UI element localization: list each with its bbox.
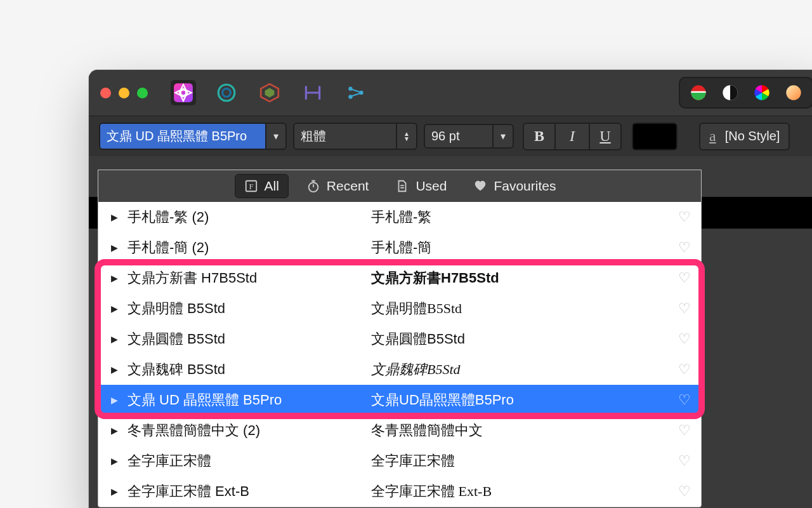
svg-rect-10 bbox=[691, 91, 705, 93]
font-row[interactable]: ▶文鼎方新書 H7B5Std文鼎方新書H7B5Std♡ bbox=[98, 263, 701, 293]
font-row[interactable]: ▶文鼎 UD 晶熙黑體 B5Pro文鼎UD晶熙黑體B5Pro♡ bbox=[98, 385, 701, 415]
expand-triangle-icon[interactable]: ▶ bbox=[111, 395, 119, 405]
font-tab-favourites[interactable]: Favourites bbox=[464, 175, 565, 197]
font-dropdown-panel: F All Recent Used Favourites ▶手札體-繁 (2)手… bbox=[98, 170, 702, 507]
font-row-name: 手札體-繁 (2) bbox=[128, 208, 362, 227]
text-weight-group: B I U bbox=[523, 123, 622, 150]
font-row-name: 冬青黑體簡體中文 (2) bbox=[128, 421, 362, 440]
favourite-heart-icon[interactable]: ♡ bbox=[678, 270, 691, 286]
tonemap-persona-icon[interactable] bbox=[300, 80, 325, 105]
export-persona-icon[interactable] bbox=[343, 80, 369, 105]
font-row[interactable]: ▶文鼎魏碑 B5Std文鼎魏碑B5Std♡ bbox=[98, 354, 701, 385]
favourite-heart-icon[interactable]: ♡ bbox=[678, 361, 691, 378]
character-style-combo[interactable]: a [No Style] bbox=[699, 123, 790, 150]
font-row-preview: 文鼎方新書H7B5Std bbox=[371, 269, 669, 288]
underline-button[interactable]: U bbox=[589, 123, 622, 150]
font-row-name: 文鼎 UD 晶熙黑體 B5Pro bbox=[128, 391, 362, 410]
favourite-heart-icon[interactable]: ♡ bbox=[678, 300, 691, 317]
font-row-name: 文鼎魏碑 B5Std bbox=[128, 360, 362, 379]
font-tab-all[interactable]: F All bbox=[235, 174, 289, 198]
svg-point-2 bbox=[218, 84, 235, 101]
swatch-tint-button[interactable] bbox=[778, 81, 809, 105]
character-style-value: [No Style] bbox=[725, 129, 780, 144]
font-family-combo[interactable]: 文鼎 UD 晶熙黑體 B5Pro ▾ bbox=[99, 123, 287, 150]
font-tab-used[interactable]: Used bbox=[386, 175, 455, 197]
close-window-button[interactable] bbox=[100, 88, 111, 98]
font-list[interactable]: ▶手札體-繁 (2)手札體-繁♡▶手札體-簡 (2)手札體-簡♡▶文鼎方新書 H… bbox=[98, 202, 701, 507]
expand-triangle-icon[interactable]: ▶ bbox=[111, 273, 119, 283]
expand-triangle-icon[interactable]: ▶ bbox=[111, 425, 119, 436]
font-row[interactable]: ▶手札體-繁 (2)手札體-繁♡ bbox=[98, 202, 701, 232]
svg-point-8 bbox=[359, 91, 363, 95]
svg-point-3 bbox=[223, 89, 231, 97]
develop-persona-icon[interactable] bbox=[257, 80, 282, 105]
svg-point-12 bbox=[786, 85, 801, 100]
favourite-heart-icon[interactable]: ♡ bbox=[678, 453, 691, 469]
font-row-name: 全字庫正宋體 Ext-B bbox=[128, 482, 362, 501]
fullscreen-window-button[interactable] bbox=[137, 88, 148, 98]
font-style-combo[interactable]: 粗體 ▲▼ bbox=[293, 123, 417, 150]
window-controls bbox=[100, 88, 148, 98]
liquify-persona-icon[interactable] bbox=[214, 80, 239, 105]
font-family-value[interactable]: 文鼎 UD 晶熙黑體 B5Pro bbox=[100, 124, 265, 149]
font-row-name: 文鼎方新書 H7B5Std bbox=[128, 269, 362, 288]
expand-triangle-icon[interactable]: ▶ bbox=[111, 334, 119, 344]
favourite-heart-icon[interactable]: ♡ bbox=[678, 331, 691, 347]
font-row-name: 文鼎圓體 B5Std bbox=[128, 330, 362, 349]
document-icon bbox=[395, 179, 409, 193]
font-family-dropdown-button[interactable]: ▾ bbox=[265, 124, 285, 149]
font-row-preview: 手札體-繁 bbox=[371, 208, 669, 227]
font-row[interactable]: ▶文鼎圓體 B5Std文鼎圓體B5Std♡ bbox=[98, 324, 701, 354]
svg-marker-5 bbox=[265, 88, 275, 98]
expand-triangle-icon[interactable]: ▶ bbox=[111, 486, 119, 497]
font-row-name: 手札體-簡 (2) bbox=[128, 238, 362, 257]
font-tab-used-label: Used bbox=[416, 178, 447, 194]
font-size-combo[interactable]: 96 pt ▾ bbox=[424, 124, 514, 149]
bold-button[interactable]: B bbox=[523, 123, 556, 150]
photo-persona-icon[interactable] bbox=[171, 80, 196, 105]
font-row[interactable]: ▶全字庫正宋體 Ext-B全字庫正宋體 Ext-B♡ bbox=[98, 476, 701, 507]
font-row-preview: 全字庫正宋體 bbox=[371, 451, 669, 471]
font-tab-recent[interactable]: Recent bbox=[298, 175, 378, 197]
expand-triangle-icon[interactable]: ▶ bbox=[111, 243, 119, 253]
svg-point-7 bbox=[348, 95, 352, 98]
font-glyph-icon: F bbox=[244, 179, 258, 193]
font-row-preview: 手札體-簡 bbox=[371, 238, 669, 257]
swatch-colorwheel-button[interactable] bbox=[746, 81, 778, 105]
heart-icon bbox=[473, 179, 487, 193]
font-row[interactable]: ▶冬青黑體簡體中文 (2)冬青黑體簡體中文♡ bbox=[98, 415, 701, 446]
favourite-heart-icon[interactable]: ♡ bbox=[678, 239, 691, 256]
expand-triangle-icon[interactable]: ▶ bbox=[111, 304, 119, 314]
app-window: 文鼎 UD 晶熙黑體 B5Pro ▾ 粗體 ▲▼ 96 pt ▾ B I U a… bbox=[89, 70, 812, 508]
favourite-heart-icon[interactable]: ♡ bbox=[678, 209, 691, 225]
svg-point-6 bbox=[348, 86, 352, 90]
favourite-heart-icon[interactable]: ♡ bbox=[678, 422, 691, 439]
font-row[interactable]: ▶手札體-簡 (2)手札體-簡♡ bbox=[98, 232, 701, 263]
svg-text:F: F bbox=[249, 182, 253, 191]
text-context-toolbar: 文鼎 UD 晶熙黑體 B5Pro ▾ 粗體 ▲▼ 96 pt ▾ B I U a… bbox=[89, 116, 812, 156]
font-tab-all-label: All bbox=[265, 178, 279, 194]
font-tab-recent-label: Recent bbox=[327, 178, 369, 194]
font-row[interactable]: ▶全字庫正宋體全字庫正宋體♡ bbox=[98, 446, 701, 476]
italic-button[interactable]: I bbox=[556, 123, 589, 150]
swatch-greyscale-button[interactable] bbox=[714, 81, 746, 105]
font-size-value[interactable]: 96 pt bbox=[425, 125, 492, 147]
font-dropdown-tabs: F All Recent Used Favourites bbox=[98, 170, 701, 202]
font-row-preview: 文鼎魏碑B5Std bbox=[371, 360, 669, 379]
font-row[interactable]: ▶文鼎明體 B5Std文鼎明體B5Std♡ bbox=[98, 293, 701, 324]
font-tab-favourites-label: Favourites bbox=[494, 178, 556, 194]
font-style-stepper[interactable]: ▲▼ bbox=[396, 124, 416, 149]
expand-triangle-icon[interactable]: ▶ bbox=[111, 212, 119, 222]
favourite-heart-icon[interactable]: ♡ bbox=[678, 483, 691, 500]
font-row-name: 全字庫正宋體 bbox=[128, 451, 362, 471]
text-color-swatch[interactable] bbox=[632, 123, 678, 150]
font-row-preview: 冬青黑體簡體中文 bbox=[371, 421, 669, 440]
font-row-preview: 文鼎圓體B5Std bbox=[371, 330, 669, 349]
swatch-gradient-button[interactable] bbox=[683, 81, 714, 105]
favourite-heart-icon[interactable]: ♡ bbox=[678, 392, 691, 408]
font-size-dropdown-button[interactable]: ▾ bbox=[492, 125, 513, 147]
font-style-value[interactable]: 粗體 bbox=[294, 124, 396, 149]
expand-triangle-icon[interactable]: ▶ bbox=[111, 456, 119, 466]
expand-triangle-icon[interactable]: ▶ bbox=[111, 364, 119, 375]
minimize-window-button[interactable] bbox=[119, 88, 129, 98]
